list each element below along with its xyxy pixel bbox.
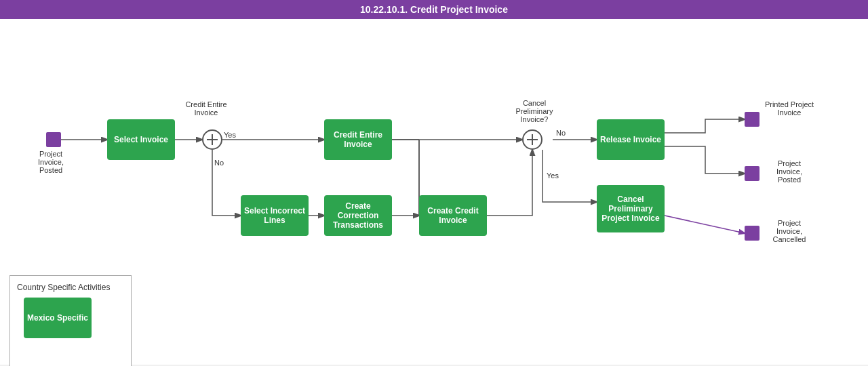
end2-text: ProjectInvoice,Posted bbox=[776, 159, 802, 184]
end-event-1 bbox=[745, 112, 760, 127]
country-title-text: Country Specific Activities bbox=[17, 283, 110, 292]
mexico-label: Mexico Specific bbox=[27, 313, 88, 323]
gw2-no-text: No bbox=[556, 129, 566, 137]
gw1-yes-text: Yes bbox=[224, 131, 236, 139]
select-incorrect-lines-box[interactable]: Select Incorrect Lines bbox=[241, 195, 309, 236]
start-label-text: ProjectInvoice,Posted bbox=[38, 150, 64, 174]
create-correction-box[interactable]: CreateCorrectionTransactions bbox=[324, 195, 392, 236]
credit-entire-invoice-label: Credit EntireInvoice bbox=[334, 130, 382, 149]
gw1-no-label: No bbox=[214, 159, 224, 167]
select-invoice-label: Select Invoice bbox=[114, 135, 168, 144]
gw2-no-label: No bbox=[556, 129, 566, 137]
release-invoice-label: Release Invoice bbox=[600, 135, 661, 144]
mexico-specific-box[interactable]: Mexico Specific bbox=[24, 298, 92, 338]
end3-label: ProjectInvoice,Cancelled bbox=[762, 219, 816, 243]
gw2-yes-label: Yes bbox=[547, 171, 559, 180]
release-invoice-box[interactable]: Release Invoice bbox=[597, 119, 665, 160]
start-event bbox=[46, 132, 61, 147]
gw1-no-text: No bbox=[214, 159, 224, 167]
gw2-top-label: CancelPreliminaryInvoice? bbox=[507, 99, 561, 123]
country-title: Country Specific Activities bbox=[17, 283, 124, 292]
gw1-top-text: Credit EntireInvoice bbox=[185, 100, 226, 117]
select-invoice-box[interactable]: Select Invoice bbox=[107, 119, 175, 160]
end1-label: Printed ProjectInvoice bbox=[762, 100, 816, 117]
select-incorrect-lines-label: Select Incorrect Lines bbox=[241, 206, 309, 225]
header-title: 10.22.10.1. Credit Project Invoice bbox=[360, 4, 508, 15]
gw2-top-text: CancelPreliminaryInvoice? bbox=[515, 99, 553, 123]
svg-line-10 bbox=[665, 216, 745, 233]
gateway-1 bbox=[202, 129, 222, 150]
end3-text: ProjectInvoice,Cancelled bbox=[773, 219, 806, 243]
cancel-preliminary-box[interactable]: CancelPreliminaryProject Invoice bbox=[597, 185, 665, 232]
diagram-canvas: ProjectInvoice,Posted Select Invoice Cre… bbox=[0, 19, 868, 365]
credit-entire-invoice-box[interactable]: Credit EntireInvoice bbox=[324, 119, 392, 160]
gw1-yes-label: Yes bbox=[224, 131, 236, 139]
create-correction-label: CreateCorrectionTransactions bbox=[333, 201, 383, 230]
gw2-yes-text: Yes bbox=[547, 171, 559, 180]
cancel-preliminary-label: CancelPreliminaryProject Invoice bbox=[601, 195, 659, 223]
end2-label: ProjectInvoice,Posted bbox=[762, 159, 816, 184]
end1-text: Printed ProjectInvoice bbox=[765, 100, 814, 117]
end-event-3 bbox=[745, 226, 760, 241]
gateway-2 bbox=[522, 129, 542, 150]
country-specific-box: Country Specific Activities Mexico Speci… bbox=[9, 275, 132, 366]
end-event-2 bbox=[745, 166, 760, 181]
start-label: ProjectInvoice,Posted bbox=[31, 150, 71, 174]
page-header: 10.22.10.1. Credit Project Invoice bbox=[0, 0, 868, 19]
create-credit-invoice-label: Create CreditInvoice bbox=[427, 206, 478, 225]
create-credit-invoice-box[interactable]: Create CreditInvoice bbox=[419, 195, 487, 236]
gw1-top-label: Credit EntireInvoice bbox=[179, 100, 233, 117]
